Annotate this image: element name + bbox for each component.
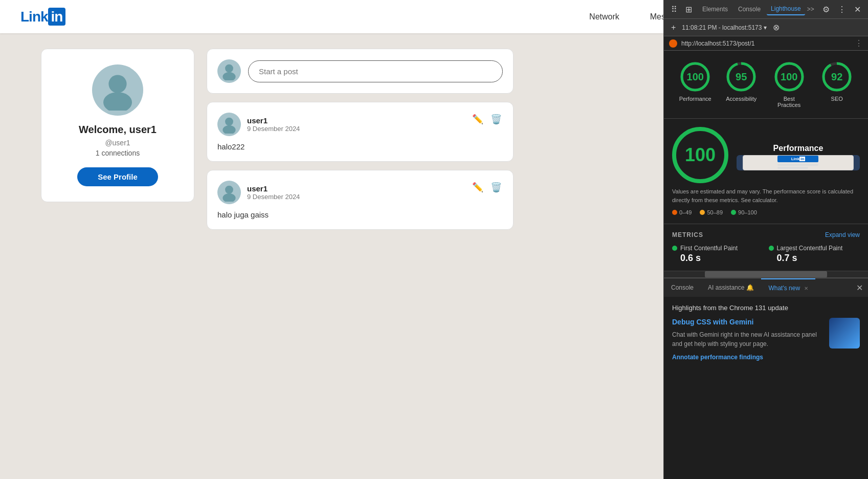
perf-title: Performance [737,144,860,153]
post-date: 9 Desember 2024 [247,193,300,201]
edit-post-button[interactable]: ✏️ [471,113,484,126]
svg-point-0 [108,75,126,93]
devtools-bottom-right: ✕ [851,279,868,297]
score-value-performance: 100 [687,71,704,83]
post-username: user1 [247,116,300,125]
whats-new-content: Highlights from the Chrome 131 update De… [664,297,868,479]
start-post-card [207,49,514,94]
metric-lcp-value: 0.7 s [769,253,860,264]
article-body-debug-css: Chat with Gemini right in the new AI ass… [672,330,824,349]
svg-point-7 [222,193,235,202]
avatar [92,64,143,116]
posts-area: user1 9 Desember 2024 ✏️ 🗑️ halo222 [207,49,514,464]
logo-link-text: Link [20,9,48,25]
score-value-best-practices: 100 [781,71,797,83]
metric-fcp-dot [672,246,677,251]
perf-main: 100 Performance Linkin [672,127,860,183]
legend-green-label: 90–100 [738,209,757,215]
logo-text: Linkin [20,9,65,25]
article-image-debug-css [829,318,860,349]
legend-orange: 50–89 [700,209,723,215]
post-content: halo222 [217,142,503,151]
legend-orange-dot [700,210,705,215]
score-seo: 92 SEO [821,61,853,108]
devtools-url-bar: http://localhost:5173/post/1 ⋮ [664,36,868,51]
metric-fcp-label: First Contentful Paint [680,245,738,252]
metric-fcp-label-row: First Contentful Paint [672,245,764,252]
delete-post-button[interactable]: 🗑️ [489,113,503,126]
see-profile-button[interactable]: See Profile [77,167,158,186]
svg-point-5 [222,125,235,134]
devtools-scrollbar-thumb [705,271,827,277]
devtools-panel: ⠿ ⊞ Elements Console Lighthouse >> ⚙ ⋮ ✕… [663,33,868,479]
bottom-tab-whats-new[interactable]: What's new ✕ [761,278,815,297]
bottom-tab-ai-assistance[interactable]: AI assistance 🔔 [701,279,761,296]
legend-green-dot [731,210,736,215]
metrics-grid: First Contentful Paint 0.6 s Largest Con… [672,245,860,264]
score-label-seo: SEO [831,96,843,102]
post-header: user1 9 Desember 2024 ✏️ 🗑️ [217,181,503,204]
metrics-title: METRICS [672,231,703,238]
close-devtools-button[interactable]: ✕ [851,279,868,297]
devtools-scrollbar[interactable] [664,271,868,278]
bottom-tab-ai-label: AI assistance [708,284,744,291]
post-date: 9 Desember 2024 [247,125,300,133]
profile-username: @user1 [105,139,130,147]
connections-text: 1 connections [96,149,140,157]
post-user-details: user1 9 Desember 2024 [247,116,300,133]
metric-fcp: First Contentful Paint 0.6 s [672,245,764,264]
post-actions: ✏️ 🗑️ [471,113,503,126]
start-post-input[interactable] [248,60,503,82]
expand-view-button[interactable]: Expand view [825,231,860,238]
post-user-info: user1 9 Desember 2024 [217,181,300,204]
article-title-annotate[interactable]: Annotate performance findings [672,354,860,361]
score-circle-accessibility: 95 [725,61,757,93]
legend-red-label: 0–49 [679,209,692,215]
edit-post-button[interactable]: ✏️ [471,181,484,194]
score-circle-seo: 92 [821,61,853,93]
post-avatar [217,181,241,204]
logo[interactable]: Linkin [20,9,65,25]
score-circle-performance: 100 [679,61,711,93]
svg-point-1 [103,92,132,111]
perf-screenshot-preview: Linkin [743,155,854,170]
devtools-url-more-icon[interactable]: ⋮ [855,38,863,48]
bottom-tab-console[interactable]: Console [664,279,701,296]
metric-lcp-label-row: Largest Contentful Paint [769,245,860,252]
score-accessibility: 95 Accessibility [725,61,757,108]
svg-point-6 [225,186,233,194]
legend-green: 90–100 [731,209,757,215]
svg-point-4 [225,118,233,126]
devtools-bottom-tabs: Console AI assistance 🔔 What's new ✕ ✕ [664,278,868,297]
score-value-seo: 92 [831,71,842,83]
score-best-practices: 100 Best Practices [771,61,807,108]
post-card: user1 9 Desember 2024 ✏️ 🗑️ halo222 [207,102,514,162]
devtools-url-text: http://localhost:5173/post/1 [681,40,754,47]
metric-fcp-value: 0.6 s [672,253,764,264]
score-circle-best-practices: 100 [773,61,805,93]
score-value-accessibility: 95 [736,71,747,83]
post-content: halo juga gaiss [217,210,503,219]
post-avatar [217,113,241,136]
nav-network[interactable]: Network [589,12,619,21]
score-range-legend: 0–49 50–89 90–100 [672,209,860,215]
post-user-details: user1 9 Desember 2024 [247,184,300,201]
post-card: user1 9 Desember 2024 ✏️ 🗑️ halo juga ga… [207,170,514,230]
score-label-performance: Performance [679,96,711,102]
article-title-debug-css[interactable]: Debug CSS with Gemini [672,318,824,326]
post-username: user1 [247,184,300,193]
perf-screenshot: Linkin [737,155,860,170]
logo-in-box: in [48,8,66,26]
whats-new-title: Highlights from the Chrome 131 update [672,304,860,312]
start-post-avatar [217,59,241,83]
lighthouse-scores: 100 Performance 95 Accessibility [664,51,868,119]
whats-new-close-icon[interactable]: ✕ [804,286,808,291]
score-label-accessibility: Accessibility [726,96,756,102]
legend-red-dot [672,210,677,215]
score-performance: 100 Performance [679,61,711,108]
metric-lcp: Largest Contentful Paint 0.7 s [769,245,860,264]
post-header: user1 9 Desember 2024 ✏️ 🗑️ [217,113,503,136]
devtools-url-favicon [669,39,677,48]
delete-post-button[interactable]: 🗑️ [489,181,503,194]
metrics-header: METRICS Expand view [672,231,860,238]
